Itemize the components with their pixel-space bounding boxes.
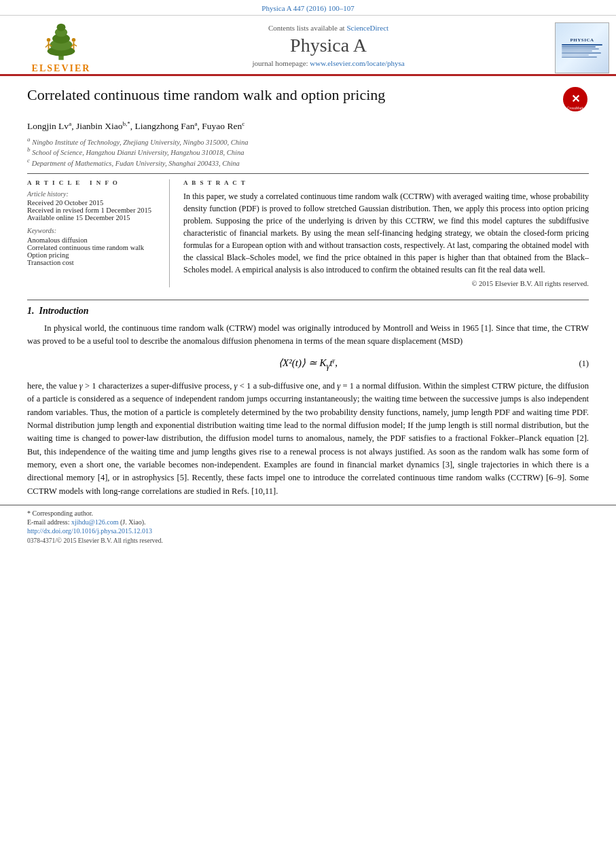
history-label: Article history: [27,190,161,198]
revised-date: Received in revised form 1 December 2015 [27,207,161,214]
authors-line: Longjin Lva, Jianbin Xiaob,*, Liangzhong… [27,120,589,132]
article-title: Correlated continuous time random walk a… [27,86,555,105]
abstract-copyright: © 2015 Elsevier B.V. All rights reserved… [183,280,589,287]
keyword-2: Correlated continuous time random walk [27,244,161,251]
content-divider [27,300,589,300]
journal-thumbnail-area: PHYSICA [541,22,609,73]
journal-citation: Physica A 447 (2016) 100–107 [261,4,354,12]
body-content: 1. Introduction In physical world, the c… [0,306,616,498]
abstract-column: A B S T R A C T In this paper, we study … [183,179,589,287]
elsevier-wordmark: ELSEVIER [32,63,91,74]
author-1: Longjin Lva [27,121,71,131]
equation-1-content: ⟨X²(t)⟩ ≃ Kγtγ, [278,357,338,372]
corresponding-author-note: * Corresponding author. [27,509,589,517]
affiliation-c: c Department of Mathematics, Fudan Unive… [27,157,589,167]
email-note: E-mail address: xjihdu@126.com (J. Xiao)… [27,518,589,526]
keywords-label: Keywords: [27,227,161,234]
crossmark-icon: ✕ CrossMark [562,86,588,112]
footer: * Corresponding author. E-mail address: … [0,505,616,551]
journal-cover-thumbnail: PHYSICA [555,22,609,73]
journal-center-info: Contents lists available at ScienceDirec… [115,24,541,71]
doi-line: http://dx.doi.org/10.1016/j.physa.2015.1… [27,527,589,535]
abstract-text: In this paper, we study a correlated con… [183,190,589,276]
article-info-abstract-section: A R T I C L E I N F O Article history: R… [27,173,589,287]
equation-1: ⟨X²(t)⟩ ≃ Kγtγ, (1) [27,357,589,372]
main-content-area: Correlated continuous time random walk a… [0,76,616,294]
cover-decoration [559,43,605,60]
svg-text:✕: ✕ [571,93,580,105]
top-journal-bar: Physica A 447 (2016) 100–107 [0,0,616,16]
journal-homepage-line: journal homepage: www.elsevier.com/locat… [115,59,541,67]
doi-link[interactable]: http://dx.doi.org/10.1016/j.physa.2015.1… [27,527,152,535]
elsevier-logo: ELSEVIER [7,21,115,74]
article-history: Article history: Received 20 October 201… [27,190,161,221]
crossmark-area[interactable]: ✕ CrossMark [562,86,589,113]
sciencedirect-link[interactable]: ScienceDirect [346,24,388,32]
abstract-label: A B S T R A C T [183,179,589,186]
intro-para-2: here, the value γ > 1 characterizes a su… [27,380,589,498]
article-title-section: Correlated continuous time random walk a… [27,86,589,113]
keyword-1: Anomalous diffusion [27,236,161,244]
affiliation-b: b School of Science, Hangzhou Dianzi Uni… [27,146,589,156]
intro-para-1: In physical world, the continuous time r… [27,322,589,348]
journal-homepage-link[interactable]: www.elsevier.com/locate/physa [310,59,404,67]
equation-1-number: (1) [579,359,589,369]
svg-point-5 [57,24,66,31]
affiliation-a: a Ningbo Institute of Technology, Zhejia… [27,136,589,146]
keyword-3: Option pricing [27,251,161,259]
svg-point-6 [47,38,51,42]
keywords-section: Keywords: Anomalous diffusion Correlated… [27,227,161,266]
author-4: Fuyao Renc [202,121,244,131]
affiliations: a Ningbo Institute of Technology, Zhejia… [27,136,589,167]
section-1-heading: 1. Introduction [27,306,589,317]
cover-title: PHYSICA [567,35,596,43]
article-info-label: A R T I C L E I N F O [27,179,161,186]
keyword-4: Transaction cost [27,259,161,266]
article-info-column: A R T I C L E I N F O Article history: R… [27,179,170,287]
available-date: Available online 15 December 2015 [27,214,161,221]
elsevier-logo-area: ELSEVIER [7,21,115,74]
received-date: Received 20 October 2015 [27,199,161,207]
author-3: Liangzhong Fana [135,121,198,131]
elsevier-tree-icon [34,21,88,62]
journal-header: ELSEVIER Contents lists available at Sci… [0,16,616,76]
svg-point-10 [72,38,76,42]
journal-name: Physica A [115,35,541,56]
email-link[interactable]: xjihdu@126.com [71,518,118,526]
contents-line: Contents lists available at ScienceDirec… [115,24,541,32]
author-2: Jianbin Xiaob,* [76,121,130,131]
footer-copyright: 0378-4371/© 2015 Elsevier B.V. All right… [27,537,589,544]
svg-text:CrossMark: CrossMark [567,106,584,110]
